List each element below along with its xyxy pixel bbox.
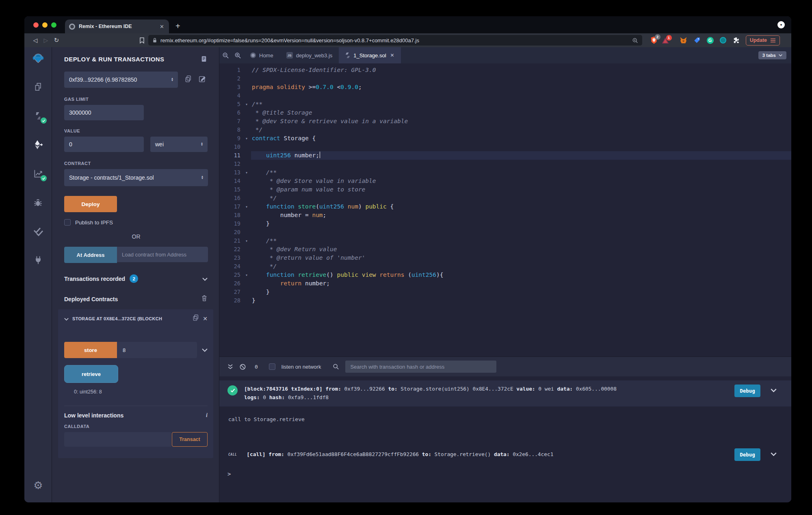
calldata-label: CALLDATA (64, 424, 208, 429)
plugin-manager-icon[interactable] (32, 254, 44, 266)
solidity-analysis-icon[interactable] (32, 167, 44, 180)
metamask-icon[interactable] (680, 37, 687, 44)
account-select[interactable]: 0xf39...92266 (6.98782850 ▴▾ (64, 72, 178, 88)
calldata-input[interactable] (64, 432, 171, 447)
code-content[interactable]: // SPDX-License-Identifier: GPL-3.0pragm… (251, 63, 791, 356)
unit-value: wei (155, 141, 164, 148)
card-divider (64, 406, 208, 406)
forward-button[interactable]: ▷ (41, 37, 51, 43)
update-label: Update (750, 37, 767, 43)
remix-logo-icon[interactable] (32, 52, 44, 64)
gas-limit-label: GAS LIMIT (64, 97, 208, 102)
debugger-icon[interactable] (32, 196, 44, 209)
account-value: 0xf39...92266 (6.98782850 (69, 76, 137, 83)
unit-testing-icon[interactable] (32, 225, 44, 237)
search-tabs-button[interactable]: ▼ (777, 21, 785, 28)
store-argument-input[interactable] (117, 342, 197, 358)
deploy-and-run-icon[interactable] (32, 139, 44, 151)
transactions-chevron-icon[interactable] (202, 275, 208, 282)
value-label: VALUE (64, 128, 208, 133)
transact-button[interactable]: Transact (172, 432, 208, 447)
terminal-header: 0 listen on network (219, 357, 791, 376)
zoom-page-icon[interactable] (632, 37, 638, 43)
tab-home[interactable]: Home (244, 47, 280, 63)
deployed-contract-card: STORAGE AT 0X8E4...372CE (BLOCKCH ✕ stor… (58, 309, 213, 458)
solidity-file-icon (345, 52, 350, 59)
url-bar[interactable]: remix.ethereum.org/#optimize=false&runs=… (148, 35, 642, 46)
window-controls[interactable] (33, 22, 56, 28)
clear-deployed-trash-icon[interactable] (201, 295, 208, 303)
terminal-prompt[interactable]: > (219, 471, 791, 477)
listen-network-checkbox[interactable] (269, 363, 275, 370)
collapse-terminal-icon[interactable] (227, 364, 233, 369)
at-address-input[interactable] (117, 247, 208, 262)
brave-shield-icon[interactable]: 2 (650, 36, 658, 44)
copy-account-icon[interactable] (185, 75, 192, 84)
solidity-compiler-icon[interactable] (32, 110, 44, 122)
remove-contract-icon[interactable]: ✕ (203, 315, 208, 322)
terminal-search-input[interactable] (345, 361, 496, 373)
terminal-call-entry: CALL [call] from: 0xf39Fd6e51aad88F6F4ce… (219, 448, 791, 461)
browser-window: Remix - Ethereum IDE ✕ + ▼ ◁ ▷ ↻ remix.e… (24, 16, 791, 502)
teal-extension-icon[interactable] (720, 37, 726, 43)
code-editor[interactable]: 12345▾6789▾10111213▾14151617▾18192021▾22… (219, 63, 791, 356)
call-log-text: [call] from: 0xf39Fd6e51aad88F6F4ce6aB88… (247, 450, 553, 459)
lock-icon (152, 37, 157, 43)
file-explorer-icon[interactable] (32, 81, 44, 93)
debug-button[interactable]: Debug (734, 385, 760, 397)
documentation-book-icon[interactable] (200, 55, 208, 63)
extensions-puzzle-icon[interactable] (732, 37, 740, 44)
minimize-window-button[interactable] (42, 22, 48, 28)
back-button[interactable]: ◁ (30, 37, 41, 43)
analysis-success-badge (41, 175, 47, 181)
store-expand-chevron-icon[interactable] (202, 346, 208, 354)
debug-button[interactable]: Debug (734, 448, 760, 461)
publish-ipfs-label: Publish to IPFS (75, 219, 113, 226)
tab-storage-sol[interactable]: 1_Storage.sol ✕ (339, 47, 401, 63)
tag-extension-icon[interactable] (693, 37, 701, 44)
value-input[interactable] (64, 137, 144, 152)
unit-select[interactable]: wei ▴▾ (150, 137, 208, 152)
listen-network-label: listen on network (281, 364, 321, 370)
select-stepper-icon: ▴▾ (201, 142, 203, 146)
maximize-window-button[interactable] (51, 22, 56, 28)
close-file-icon[interactable]: ✕ (390, 52, 394, 58)
transactions-count-badge: 2 (130, 274, 138, 283)
transactions-recorded-label: Transactions recorded (64, 276, 125, 282)
close-tab-icon[interactable]: ✕ (159, 24, 165, 30)
zoom-out-icon[interactable] (219, 47, 232, 63)
edit-account-icon[interactable] (199, 75, 206, 84)
copy-contract-address-icon[interactable] (193, 314, 199, 323)
bookmark-icon[interactable] (139, 37, 145, 44)
settings-gear-icon[interactable]: ⚙ (24, 479, 52, 492)
new-tab-button[interactable]: + (175, 22, 180, 31)
tabs-count-badge[interactable]: 3 tabs (758, 51, 786, 59)
browser-tab[interactable]: Remix - Ethereum IDE ✕ (65, 20, 169, 33)
deploy-button[interactable]: Deploy (64, 196, 117, 212)
shield-badge: 2 (655, 34, 660, 40)
tab-deploy-web3[interactable]: JS deploy_web3.js (280, 47, 339, 63)
close-window-button[interactable] (33, 22, 39, 28)
at-address-button[interactable]: At Address (64, 247, 117, 263)
js-file-icon: JS (286, 52, 293, 59)
grammarly-icon[interactable]: G (707, 37, 714, 44)
info-icon[interactable]: i (206, 412, 208, 419)
extension-alert-icon[interactable]: 1 (662, 37, 669, 44)
gas-limit-input[interactable] (64, 105, 144, 120)
deployed-contracts-label: Deployed Contracts (64, 296, 118, 302)
card-collapse-chevron-icon[interactable] (64, 315, 69, 322)
contract-select[interactable]: Storage - contracts/1_Storage.sol ▴▾ (64, 169, 208, 186)
clear-terminal-icon[interactable] (239, 363, 246, 370)
zoom-in-icon[interactable] (232, 47, 244, 63)
update-button[interactable]: Update (746, 35, 780, 46)
reload-button[interactable]: ↻ (51, 37, 62, 44)
retrieve-result: 0: uint256: 8 (74, 389, 208, 395)
entry-expand-chevron-icon[interactable] (771, 450, 777, 458)
retrieve-button[interactable]: retrieve (64, 365, 118, 383)
tabs-menu-chevron-icon (779, 54, 782, 56)
editor-terminal-area: Home JS deploy_web3.js 1_Storage.sol ✕ 3… (219, 47, 791, 502)
publish-ipfs-checkbox[interactable] (64, 219, 71, 226)
store-button[interactable]: store (64, 342, 117, 358)
entry-expand-chevron-icon[interactable] (771, 386, 777, 394)
url-text: remix.ethereum.org/#optimize=false&runs=… (160, 37, 629, 43)
